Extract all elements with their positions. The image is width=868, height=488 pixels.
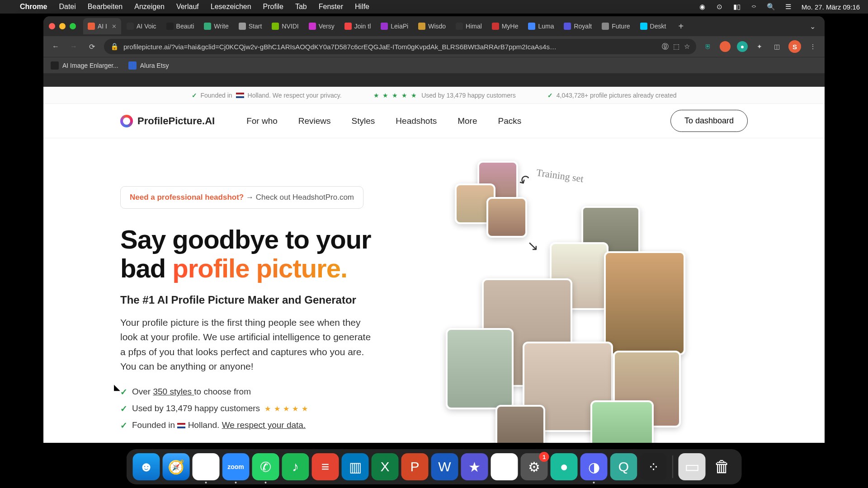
bullet-link[interactable]: 350 styles (153, 387, 194, 396)
dock-app-app-teal[interactable]: ● (551, 453, 578, 480)
dock-app-quicktime[interactable]: Q (610, 453, 637, 480)
browser-tab[interactable]: Write (199, 18, 233, 34)
dock-app-spotify[interactable]: ♪ (282, 453, 309, 480)
menu-datei[interactable]: Datei (59, 3, 75, 11)
tab-favicon (88, 23, 95, 30)
menu-bearbeiten[interactable]: Bearbeiten (88, 3, 123, 11)
ext-shield-icon[interactable]: ⛨ (703, 41, 713, 52)
menu-anzeigen[interactable]: Anzeigen (134, 3, 165, 11)
browser-tab[interactable]: Beauti (162, 18, 199, 34)
browser-tab[interactable]: Himal (451, 18, 486, 34)
browser-tab[interactable]: Versy (304, 18, 339, 34)
menu-fenster[interactable]: Fenster (319, 3, 343, 11)
bookmark-label: Alura Etsy (140, 62, 169, 69)
browser-tab[interactable]: LeiaPi (376, 18, 413, 34)
to-dashboard-button[interactable]: To dashboard (670, 110, 748, 132)
menu-profile[interactable]: Profile (263, 3, 283, 11)
sidepanel-icon[interactable]: ◫ (771, 41, 782, 52)
site-logo[interactable]: ProfilePicture.AI (120, 115, 215, 127)
dock-app-word[interactable]: W (431, 453, 458, 480)
bookmark-label: AI Image Enlarger... (62, 62, 118, 69)
playback-icon[interactable]: ⊙ (716, 3, 724, 11)
nav-styles[interactable]: Styles (352, 116, 375, 126)
dock-app-powerpoint[interactable]: P (401, 453, 429, 480)
browser-tab[interactable]: Join tl (340, 18, 376, 34)
reload-button[interactable]: ⟳ (86, 41, 98, 52)
record-icon[interactable]: ◉ (698, 3, 707, 11)
nav-forwho[interactable]: For who (246, 116, 278, 126)
translate-icon[interactable]: ⓖ (662, 42, 669, 51)
headshot-callout[interactable]: Need a professional headshot? → Check ou… (120, 186, 363, 209)
dock-app-chrome[interactable]: ◉ (193, 453, 220, 480)
browser-tab[interactable]: AI Voic (122, 18, 161, 34)
browser-tab[interactable]: Wisdo (414, 18, 450, 34)
search-icon[interactable]: 🔍 (767, 3, 775, 11)
wifi-icon[interactable]: ⌔ (750, 3, 758, 11)
bullet-link[interactable]: We respect your data. (222, 420, 306, 430)
forward-button[interactable]: → (68, 41, 80, 52)
tab-label: Write (214, 23, 228, 30)
nav-more[interactable]: More (458, 116, 477, 126)
dock-app-todoist[interactable]: ≡ (312, 453, 339, 480)
dock-app-imovie[interactable]: ★ (461, 453, 488, 480)
control-center-icon[interactable]: ☰ (784, 3, 793, 11)
nav-reviews[interactable]: Reviews (298, 116, 331, 126)
ext-green-icon[interactable]: ● (737, 41, 748, 52)
install-icon[interactable]: ⬚ (673, 42, 679, 51)
close-window[interactable] (49, 23, 55, 29)
dock-app-zoom[interactable]: zoom (222, 453, 250, 480)
address-bar[interactable]: 🔒 profilepicture.ai/?via=hai&gclid=Cj0KC… (104, 39, 696, 54)
browser-tab[interactable]: Future (597, 18, 634, 34)
menubar-datetime[interactable]: Mo. 27. März 09:16 (802, 3, 860, 11)
bookmark-ai-enlarger[interactable]: AI Image Enlarger... (51, 61, 118, 70)
browser-tab[interactable]: Luma (524, 18, 558, 34)
dock-desktop-preview[interactable]: ▭ (679, 453, 706, 480)
bookmark-alura-etsy[interactable]: Alura Etsy (128, 61, 169, 70)
extensions-menu-icon[interactable]: ✦ (754, 41, 765, 52)
tab-overflow-button[interactable]: ⌄ (806, 22, 819, 31)
menu-lesezeichen[interactable]: Lesezeichen (211, 3, 251, 11)
dock-trash[interactable]: 🗑 (708, 453, 736, 480)
menu-hilfe[interactable]: Hilfe (355, 3, 369, 11)
chrome-menu-icon[interactable]: ⋮ (807, 41, 818, 52)
browser-tab[interactable]: Deskt (636, 18, 671, 34)
dock-app-safari[interactable]: 🧭 (163, 453, 190, 480)
nav-packs[interactable]: Packs (498, 116, 522, 126)
tab-label: Deskt (650, 23, 666, 30)
dock-app-whatsapp[interactable]: ✆ (252, 453, 279, 480)
menu-tab[interactable]: Tab (295, 3, 307, 11)
hero-description: Your profile picture is the first thing … (120, 315, 373, 374)
extensions-row: ⛨ ● ✦ ◫ S ⋮ (703, 40, 818, 53)
check-icon: ✓ (120, 404, 127, 414)
browser-tab[interactable]: Start (234, 18, 267, 34)
battery-icon[interactable]: ▮▯ (733, 3, 741, 11)
back-button[interactable]: ← (50, 41, 61, 52)
browser-tab[interactable]: Royalt (559, 18, 596, 34)
browser-tab[interactable]: AI I✕ (83, 18, 121, 34)
dock-app-finder[interactable]: ☻ (133, 453, 160, 480)
dock-app-discord[interactable]: ◑ (580, 453, 608, 480)
maximize-window[interactable] (70, 23, 76, 29)
profile-avatar[interactable]: S (788, 40, 801, 53)
dock-app-drive[interactable]: ▲ (491, 453, 518, 480)
menu-verlauf[interactable]: Verlauf (176, 3, 199, 11)
heading-highlight: profile picture. (172, 253, 347, 283)
dock-app-excel[interactable]: X (372, 453, 399, 480)
browser-tab[interactable]: NVIDI (267, 18, 303, 34)
tab-favicon (564, 23, 571, 30)
close-tab-icon[interactable]: ✕ (112, 23, 117, 30)
minimize-window[interactable] (59, 23, 66, 29)
mouse-cursor: ◣ (114, 382, 120, 392)
new-tab-button[interactable]: + (674, 19, 688, 33)
dock-app-settings[interactable]: ⚙1 (521, 453, 548, 480)
dock-app-trello[interactable]: ▥ (342, 453, 369, 480)
browser-tab[interactable]: MyHe (487, 18, 523, 34)
nav-headshots[interactable]: Headshots (396, 116, 437, 126)
app-name[interactable]: Chrome (20, 3, 47, 11)
bullet-text: Founded in (132, 420, 177, 430)
ext-orange-icon[interactable] (720, 41, 731, 52)
training-set-label: Training set (536, 167, 585, 185)
dock-app-voice[interactable]: ⁘ (640, 453, 667, 480)
bookmark-star-icon[interactable]: ☆ (684, 42, 690, 51)
brand-text: ProfilePicture.AI (137, 115, 215, 127)
